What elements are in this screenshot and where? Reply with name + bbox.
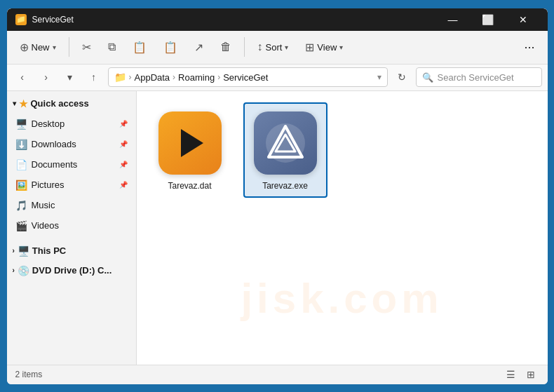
videos-icon: 🎬: [15, 220, 27, 231]
toolbar-separator-2: [244, 37, 245, 57]
path-roaming[interactable]: Roaming: [178, 72, 215, 83]
sidebar-music-label: Music: [32, 200, 128, 210]
documents-pin-icon: 📌: [119, 161, 128, 168]
quick-access-label: Quick access: [31, 98, 89, 109]
exe-file-icon: [254, 111, 317, 175]
path-dropdown-icon[interactable]: ▾: [377, 72, 381, 82]
status-right: ☰ ⊞: [503, 366, 539, 383]
cut-icon: ✂: [82, 41, 91, 54]
path-sep-1: ›: [129, 72, 132, 82]
sidebar-item-videos[interactable]: 🎬 Videos: [10, 216, 133, 236]
exe-icon-container: [252, 109, 319, 177]
path-sep-3: ›: [217, 72, 220, 82]
view-label: View: [317, 42, 337, 53]
maximize-button[interactable]: ⬜: [472, 8, 504, 31]
new-button[interactable]: ⊕ New ▾: [13, 36, 63, 58]
grid-view-button[interactable]: ⊞: [522, 366, 539, 383]
dvd-drive-header[interactable]: › 💿 DVD Drive (D:) C...: [7, 261, 136, 281]
sidebar-pictures-label: Pictures: [32, 180, 115, 190]
play-triangle-icon: [181, 129, 203, 157]
search-placeholder: Search ServiceGet: [438, 72, 514, 83]
window-title: ServiceGet: [32, 15, 74, 25]
sidebar-item-desktop[interactable]: 🖥️ Desktop 📌: [10, 114, 133, 134]
delete-button[interactable]: 🗑: [213, 36, 238, 58]
main-content[interactable]: jisk.com Tarevaz.dat: [137, 91, 548, 365]
content-area: ▾ ★ Quick access 🖥️ Desktop 📌 ⬇️ Downloa…: [7, 91, 548, 365]
downloads-icon: ⬇️: [15, 139, 27, 150]
dat-file-icon: [158, 111, 222, 175]
quick-access-header[interactable]: ▾ ★ Quick access: [7, 94, 136, 114]
rename-icon: 📋: [163, 41, 177, 54]
view-chevron-icon: ▾: [339, 43, 343, 51]
exe-file-name: Tarevaz.exe: [262, 181, 308, 191]
sidebar-item-pictures[interactable]: 🖼️ Pictures 📌: [10, 175, 133, 195]
refresh-button[interactable]: ↻: [392, 67, 412, 87]
this-pc-header[interactable]: › 🖥️ This PC: [7, 241, 136, 261]
explorer-window: 📁 ServiceGet — ⬜ ✕ ⊕ New ▾ ✂ ⧉ 📋 📋: [6, 7, 549, 386]
rename-button[interactable]: 📋: [156, 36, 184, 58]
title-bar-left: 📁 ServiceGet: [15, 14, 74, 25]
path-folder-icon: 📁: [114, 72, 126, 83]
path-serviceget[interactable]: ServiceGet: [223, 72, 268, 83]
file-item-exe[interactable]: Tarevaz.exe: [243, 102, 327, 198]
toolbar-separator-1: [69, 37, 69, 57]
view-button[interactable]: ⊞ View ▾: [298, 36, 350, 58]
sidebar-item-documents[interactable]: 📄 Documents 📌: [10, 155, 133, 175]
music-icon: 🎵: [15, 200, 27, 211]
paste-button[interactable]: 📋: [126, 36, 154, 58]
minimize-button[interactable]: —: [437, 8, 469, 31]
address-path[interactable]: 📁 › AppData › Roaming › ServiceGet ▾: [108, 67, 388, 87]
copy-button[interactable]: ⧉: [101, 36, 123, 58]
watermark: jisk.com: [241, 274, 442, 323]
desktop-icon: 🖥️: [15, 119, 27, 130]
item-count: 2 items: [15, 370, 43, 379]
dat-icon-container: [156, 109, 224, 177]
up-button[interactable]: ↑: [84, 67, 104, 87]
sidebar-videos-label: Videos: [32, 220, 128, 231]
paste-icon: 📋: [133, 41, 147, 54]
this-pc-icon: 🖥️: [18, 245, 29, 257]
sidebar: ▾ ★ Quick access 🖥️ Desktop 📌 ⬇️ Downloa…: [7, 91, 137, 365]
sort-icon: ↕: [257, 41, 263, 53]
documents-icon: 📄: [15, 159, 27, 170]
sidebar-documents-label: Documents: [32, 159, 115, 170]
close-button[interactable]: ✕: [507, 8, 539, 31]
search-icon: 🔍: [422, 72, 433, 83]
exe-logo-svg: [264, 122, 306, 164]
sidebar-downloads-label: Downloads: [32, 139, 115, 149]
desktop-pin-icon: 📌: [119, 120, 128, 128]
sidebar-item-downloads[interactable]: ⬇️ Downloads 📌: [10, 135, 133, 154]
list-view-button[interactable]: ☰: [503, 366, 520, 383]
share-button[interactable]: ↗: [187, 36, 210, 58]
more-options-button[interactable]: ···: [517, 36, 541, 59]
downloads-pin-icon: 📌: [119, 140, 128, 148]
sidebar-desktop-label: Desktop: [32, 119, 115, 129]
path-appdata[interactable]: AppData: [135, 72, 170, 83]
search-box[interactable]: 🔍 Search ServiceGet: [416, 67, 542, 87]
status-bar: 2 items ☰ ⊞: [7, 365, 548, 384]
dat-file-name: Tarevaz.dat: [168, 181, 211, 191]
forward-button[interactable]: ›: [36, 67, 56, 87]
recent-locations-button[interactable]: ▾: [60, 67, 80, 87]
path-sep-2: ›: [173, 72, 175, 82]
back-button[interactable]: ‹: [13, 67, 32, 87]
cut-button[interactable]: ✂: [75, 36, 98, 58]
view-icon: ⊞: [305, 41, 314, 54]
sort-button[interactable]: ↕ Sort ▾: [250, 36, 296, 58]
window-icon: 📁: [15, 14, 27, 25]
title-controls: — ⬜ ✕: [437, 8, 539, 31]
toolbar: ⊕ New ▾ ✂ ⧉ 📋 📋 ↗ 🗑 ↕ Sort ▾ ⊞: [7, 31, 548, 65]
new-chevron-icon: ▾: [53, 43, 56, 51]
quick-access-expand-icon: ▾: [13, 100, 16, 107]
new-label: New: [32, 42, 50, 53]
this-pc-label: This PC: [32, 245, 66, 256]
copy-icon: ⧉: [108, 41, 116, 53]
share-icon: ↗: [194, 41, 203, 54]
new-icon: ⊕: [20, 41, 29, 54]
dvd-label: DVD Drive (D:) C...: [32, 265, 112, 276]
sidebar-item-music[interactable]: 🎵 Music: [10, 196, 133, 215]
delete-icon: 🗑: [220, 41, 231, 53]
files-grid: Tarevaz.dat: [148, 102, 536, 198]
file-item-dat[interactable]: Tarevaz.dat: [148, 102, 232, 198]
pictures-pin-icon: 📌: [119, 181, 128, 189]
